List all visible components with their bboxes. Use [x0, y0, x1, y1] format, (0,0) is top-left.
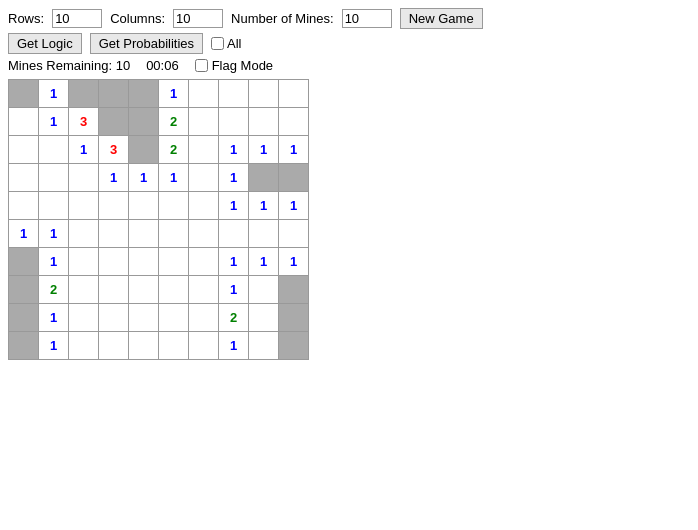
grid-cell[interactable]: [279, 304, 309, 332]
grid-cell[interactable]: [129, 136, 159, 164]
grid-cell[interactable]: 1: [39, 80, 69, 108]
grid-cell[interactable]: [159, 248, 189, 276]
grid-cell[interactable]: [279, 164, 309, 192]
grid-cell[interactable]: 1: [219, 248, 249, 276]
grid-cell[interactable]: 2: [159, 136, 189, 164]
grid-cell[interactable]: [129, 276, 159, 304]
grid-cell[interactable]: [249, 220, 279, 248]
grid-cell[interactable]: [249, 276, 279, 304]
grid-cell[interactable]: [129, 220, 159, 248]
grid-cell[interactable]: 1: [279, 136, 309, 164]
get-probabilities-button[interactable]: Get Probabilities: [90, 33, 203, 54]
grid-cell[interactable]: [9, 332, 39, 360]
grid-cell[interactable]: [99, 80, 129, 108]
grid-cell[interactable]: [129, 248, 159, 276]
grid-cell[interactable]: [189, 80, 219, 108]
flag-mode-checkbox[interactable]: [195, 59, 208, 72]
grid-cell[interactable]: [9, 164, 39, 192]
grid-cell[interactable]: [249, 80, 279, 108]
grid-cell[interactable]: [249, 332, 279, 360]
grid-cell[interactable]: 1: [9, 220, 39, 248]
grid-cell[interactable]: [99, 248, 129, 276]
grid-cell[interactable]: [99, 276, 129, 304]
grid-cell[interactable]: 1: [69, 136, 99, 164]
grid-cell[interactable]: 1: [249, 192, 279, 220]
grid-cell[interactable]: [129, 80, 159, 108]
grid-cell[interactable]: 3: [99, 136, 129, 164]
grid-cell[interactable]: 1: [129, 164, 159, 192]
grid-cell[interactable]: [69, 276, 99, 304]
grid-cell[interactable]: [39, 192, 69, 220]
cols-input[interactable]: [173, 9, 223, 28]
all-checkbox[interactable]: [211, 37, 224, 50]
grid-cell[interactable]: 1: [219, 332, 249, 360]
grid-cell[interactable]: 1: [249, 136, 279, 164]
new-game-button[interactable]: New Game: [400, 8, 483, 29]
grid-cell[interactable]: 1: [159, 80, 189, 108]
grid-cell[interactable]: [159, 220, 189, 248]
grid-cell[interactable]: [9, 136, 39, 164]
grid-cell[interactable]: [129, 192, 159, 220]
grid-cell[interactable]: [69, 220, 99, 248]
grid-cell[interactable]: [69, 248, 99, 276]
grid-cell[interactable]: 1: [249, 248, 279, 276]
grid-cell[interactable]: [189, 304, 219, 332]
grid-cell[interactable]: [249, 304, 279, 332]
grid-cell[interactable]: [99, 192, 129, 220]
grid-cell[interactable]: 1: [219, 136, 249, 164]
grid-cell[interactable]: 1: [39, 332, 69, 360]
grid-cell[interactable]: [9, 192, 39, 220]
grid-cell[interactable]: 1: [99, 164, 129, 192]
grid-cell[interactable]: [279, 276, 309, 304]
grid-cell[interactable]: [9, 248, 39, 276]
grid-cell[interactable]: [159, 192, 189, 220]
grid-cell[interactable]: [159, 304, 189, 332]
grid-cell[interactable]: [249, 164, 279, 192]
grid-cell[interactable]: [189, 192, 219, 220]
grid-cell[interactable]: [9, 276, 39, 304]
grid-cell[interactable]: [189, 136, 219, 164]
grid-cell[interactable]: 2: [219, 304, 249, 332]
grid-cell[interactable]: 1: [279, 192, 309, 220]
grid-cell[interactable]: 1: [39, 220, 69, 248]
grid-cell[interactable]: [69, 192, 99, 220]
grid-cell[interactable]: 1: [39, 108, 69, 136]
grid-cell[interactable]: [129, 108, 159, 136]
grid-cell[interactable]: [279, 108, 309, 136]
grid-cell[interactable]: [69, 304, 99, 332]
grid-cell[interactable]: [9, 108, 39, 136]
grid-cell[interactable]: [69, 164, 99, 192]
grid-cell[interactable]: [9, 304, 39, 332]
grid-cell[interactable]: [69, 80, 99, 108]
get-logic-button[interactable]: Get Logic: [8, 33, 82, 54]
grid-cell[interactable]: [189, 276, 219, 304]
grid-cell[interactable]: [69, 332, 99, 360]
grid-cell[interactable]: [99, 220, 129, 248]
grid-cell[interactable]: 3: [69, 108, 99, 136]
grid-cell[interactable]: 1: [39, 248, 69, 276]
grid-cell[interactable]: [39, 136, 69, 164]
grid-cell[interactable]: [249, 108, 279, 136]
grid-cell[interactable]: 1: [219, 276, 249, 304]
grid-cell[interactable]: [9, 80, 39, 108]
grid-cell[interactable]: [219, 80, 249, 108]
grid-cell[interactable]: [279, 80, 309, 108]
grid-cell[interactable]: [189, 220, 219, 248]
grid-cell[interactable]: [129, 304, 159, 332]
grid-cell[interactable]: 2: [159, 108, 189, 136]
grid-cell[interactable]: 1: [39, 304, 69, 332]
grid-cell[interactable]: [99, 108, 129, 136]
grid-cell[interactable]: 1: [219, 164, 249, 192]
grid-cell[interactable]: 1: [279, 248, 309, 276]
grid-cell[interactable]: [189, 332, 219, 360]
grid-cell[interactable]: [189, 164, 219, 192]
mines-input[interactable]: [342, 9, 392, 28]
grid-cell[interactable]: 1: [219, 192, 249, 220]
grid-cell[interactable]: 1: [159, 164, 189, 192]
grid-cell[interactable]: [39, 164, 69, 192]
grid-cell[interactable]: [99, 304, 129, 332]
grid-cell[interactable]: [279, 220, 309, 248]
grid-cell[interactable]: [159, 332, 189, 360]
grid-cell[interactable]: [189, 248, 219, 276]
grid-cell[interactable]: [189, 108, 219, 136]
